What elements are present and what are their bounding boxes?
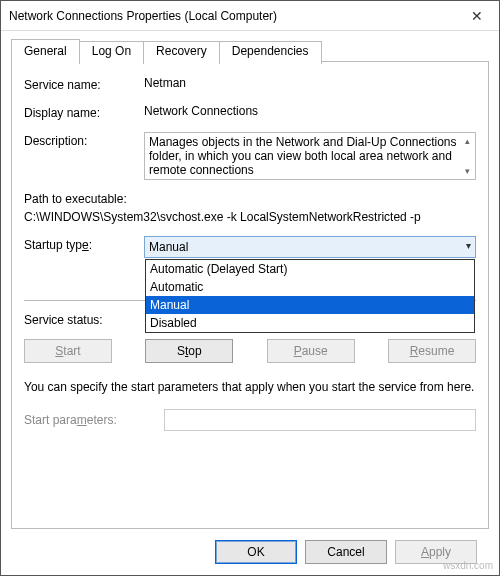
ok-button[interactable]: OK [215, 540, 297, 564]
startup-type-dropdown: Automatic (Delayed Start) Automatic Manu… [145, 259, 475, 333]
startup-type-combo[interactable]: Manual ▾ Automatic (Delayed Start) Autom… [144, 236, 476, 258]
path-label: Path to executable: [24, 192, 476, 206]
tab-general[interactable]: General [11, 39, 80, 62]
dialog-footer: OK Cancel Apply [11, 529, 489, 575]
resume-button[interactable]: Resume [388, 339, 476, 363]
tab-panel-general: Service name: Netman Display name: Netwo… [11, 61, 489, 529]
tab-strip: General Log On Recovery Dependencies [11, 39, 489, 62]
scroll-up-icon[interactable]: ▴ [459, 133, 475, 149]
start-params-label: Start parameters: [24, 413, 164, 427]
stop-button[interactable]: Stop [145, 339, 233, 363]
service-status-label: Service status: [24, 311, 144, 327]
scroll-down-icon[interactable]: ▾ [459, 163, 475, 179]
startup-type-selected: Manual [149, 240, 188, 254]
chevron-down-icon: ▾ [466, 240, 471, 251]
service-name-label: Service name: [24, 76, 144, 92]
pause-button[interactable]: Pause [267, 339, 355, 363]
help-text: You can specify the start parameters tha… [24, 379, 476, 395]
tab-logon[interactable]: Log On [79, 41, 144, 64]
client-area: General Log On Recovery Dependencies Ser… [1, 31, 499, 575]
description-box: Manages objects in the Network and Dial-… [144, 132, 476, 180]
apply-button[interactable]: Apply [395, 540, 477, 564]
start-params-input[interactable] [164, 409, 476, 431]
close-icon[interactable]: ✕ [455, 1, 499, 31]
option-automatic[interactable]: Automatic [146, 278, 474, 296]
titlebar[interactable]: Network Connections Properties (Local Co… [1, 1, 499, 31]
startup-type-label: Startup type: [24, 236, 144, 252]
description-text: Manages objects in the Network and Dial-… [149, 135, 457, 177]
path-value: C:\WINDOWS\System32\svchost.exe -k Local… [24, 210, 476, 224]
option-automatic-delayed[interactable]: Automatic (Delayed Start) [146, 260, 474, 278]
window-title: Network Connections Properties (Local Co… [9, 9, 455, 23]
display-name-value: Network Connections [144, 104, 476, 118]
tab-dependencies[interactable]: Dependencies [219, 41, 322, 64]
cancel-button[interactable]: Cancel [305, 540, 387, 564]
description-label: Description: [24, 132, 144, 148]
display-name-label: Display name: [24, 104, 144, 120]
tab-recovery[interactable]: Recovery [143, 41, 220, 64]
option-manual[interactable]: Manual [146, 296, 474, 314]
start-button[interactable]: Start [24, 339, 112, 363]
properties-dialog: Network Connections Properties (Local Co… [0, 0, 500, 576]
service-name-value: Netman [144, 76, 476, 90]
option-disabled[interactable]: Disabled [146, 314, 474, 332]
